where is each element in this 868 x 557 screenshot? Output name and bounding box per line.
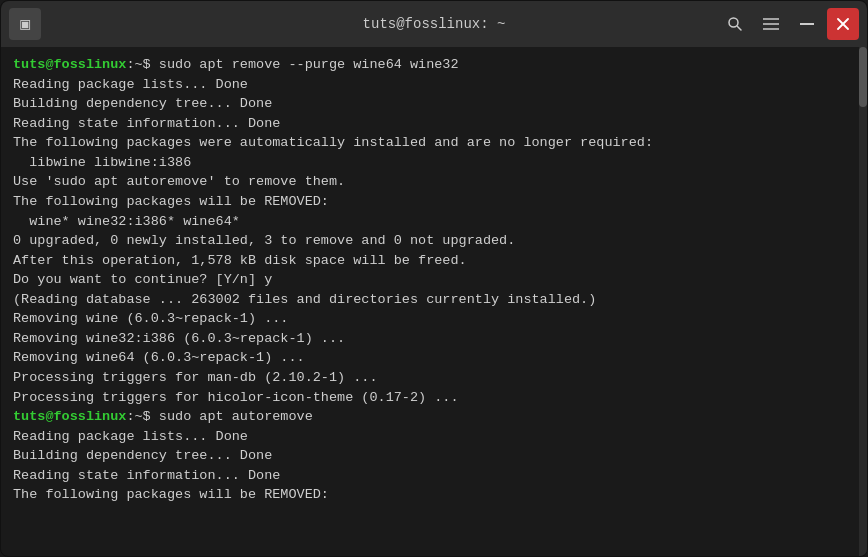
hamburger-icon [763,18,779,30]
scrollbar-thumb[interactable] [859,47,867,107]
terminal-icon-glyph: ▣ [20,14,30,34]
terminal-line: After this operation, 1,578 kB disk spac… [13,251,855,271]
svg-line-1 [738,27,742,31]
terminal-line: Removing wine (6.0.3~repack-1) ... [13,309,855,329]
terminal-line: Removing wine32:i386 (6.0.3~repack-1) ..… [13,329,855,349]
terminal-line: libwine libwine:i386 [13,153,855,173]
window-controls [719,8,859,40]
terminal-line: Building dependency tree... Done [13,446,855,466]
terminal-line: tuts@fosslinux:~$ sudo apt autoremove [13,407,855,427]
terminal-line: Do you want to continue? [Y/n] y [13,270,855,290]
terminal-line: The following packages will be REMOVED: [13,192,855,212]
terminal-line: tuts@fosslinux:~$ sudo apt remove --purg… [13,55,855,75]
menu-button[interactable] [755,8,787,40]
command-text: :~$ sudo apt remove --purge wine64 wine3… [126,57,458,72]
terminal-line: Processing triggers for hicolor-icon-the… [13,388,855,408]
terminal-line: Building dependency tree... Done [13,94,855,114]
title-bar: ▣ tuts@fosslinux: ~ [1,1,867,47]
terminal-line: Reading state information... Done [13,466,855,486]
terminal-line: (Reading database ... 263002 files and d… [13,290,855,310]
search-icon [727,16,743,32]
terminal-line: 0 upgraded, 0 newly installed, 3 to remo… [13,231,855,251]
window-title: tuts@fosslinux: ~ [363,16,506,32]
title-bar-left: ▣ [9,8,41,40]
search-button[interactable] [719,8,751,40]
terminal-output: tuts@fosslinux:~$ sudo apt remove --purg… [1,47,867,513]
terminal-line: Processing triggers for man-db (2.10.2-1… [13,368,855,388]
terminal-line: Use 'sudo apt autoremove' to remove them… [13,172,855,192]
command-text: :~$ sudo apt autoremove [126,409,312,424]
minimize-icon [800,23,814,25]
svg-point-0 [729,18,738,27]
terminal-line: wine* wine32:i386* wine64* [13,212,855,232]
terminal-line: Reading state information... Done [13,114,855,134]
minimize-button[interactable] [791,8,823,40]
terminal-line: Reading package lists... Done [13,75,855,95]
terminal-line: Removing wine64 (6.0.3~repack-1) ... [13,348,855,368]
close-icon [837,18,849,30]
terminal-line: Reading package lists... Done [13,427,855,447]
terminal-line: The following packages will be REMOVED: [13,485,855,505]
terminal-line: The following packages were automaticall… [13,133,855,153]
close-button[interactable] [827,8,859,40]
scrollbar[interactable] [859,47,867,556]
prompt-text: tuts@fosslinux [13,57,126,72]
terminal-icon: ▣ [9,8,41,40]
prompt-text: tuts@fosslinux [13,409,126,424]
